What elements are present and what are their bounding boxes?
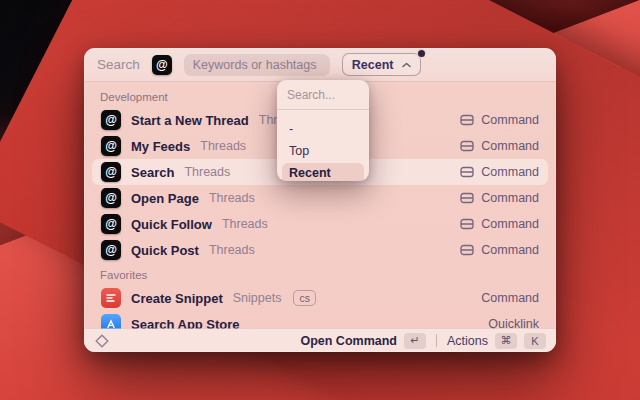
command-icon <box>460 140 474 152</box>
open-command-button[interactable]: Open Command <box>300 334 397 348</box>
command-icon <box>460 244 474 256</box>
item-type-label: Command <box>481 217 539 231</box>
dropdown-search-input[interactable]: Search... <box>277 80 369 109</box>
snippets-icon <box>101 288 121 308</box>
item-type-label: Command <box>481 243 539 257</box>
threads-icon: @ <box>101 136 121 156</box>
item-subtitle: Threads <box>209 243 255 257</box>
footer-divider <box>436 334 437 347</box>
item-accessories: Command <box>460 217 539 231</box>
item-subtitle: Threads <box>222 217 268 231</box>
sort-dropdown-value: Recent <box>352 58 394 72</box>
item-accessories: Command <box>460 243 539 257</box>
actions-button[interactable]: Actions <box>447 334 488 348</box>
threads-icon: @ <box>101 110 121 130</box>
item-type-label: Command <box>481 291 539 305</box>
appstore-icon <box>101 314 121 329</box>
threads-icon: @ <box>101 214 121 234</box>
search-input[interactable]: Search <box>97 57 140 72</box>
section-title: Favorites <box>100 269 540 281</box>
item-subtitle: Snippets <box>233 291 282 305</box>
item-accessories: Command <box>460 113 539 127</box>
command-icon <box>460 114 474 126</box>
threads-icon: @ <box>101 162 121 182</box>
sort-dropdown-menu: Search... -TopRecent <box>277 80 369 181</box>
item-type-label: Command <box>481 165 539 179</box>
keywords-input[interactable]: Keywords or hashtags <box>184 54 330 76</box>
command-key-badge: ⌘ <box>495 333 517 349</box>
dropdown-badge-dot <box>418 50 425 57</box>
threads-icon: @ <box>101 240 121 260</box>
item-title: My Feeds <box>131 139 190 154</box>
threads-icon: @ <box>101 188 121 208</box>
list-item[interactable]: @Quick PostThreadsCommand <box>92 237 548 263</box>
list-item[interactable]: @Quick FollowThreadsCommand <box>92 211 548 237</box>
item-accessories: Command <box>481 291 539 305</box>
raycast-logo-icon <box>94 333 110 349</box>
item-alias-badge: cs <box>293 290 316 306</box>
item-title: Open Page <box>131 191 199 206</box>
item-accessories: Command <box>460 165 539 179</box>
chevron-up-icon <box>402 62 411 68</box>
item-subtitle: Threads <box>209 191 255 205</box>
item-title: Search <box>131 165 174 180</box>
dropdown-item[interactable]: Top <box>282 141 364 162</box>
threads-icon: @ <box>152 55 172 75</box>
dropdown-items: -TopRecent <box>277 110 369 181</box>
list-item[interactable]: Create SnippetSnippetscsCommand <box>92 285 548 311</box>
list-item[interactable]: @Open PageThreadsCommand <box>92 185 548 211</box>
search-bar: Search @ Keywords or hashtags Recent <box>84 48 556 82</box>
dropdown-item[interactable]: - <box>282 119 364 140</box>
command-icon <box>460 166 474 178</box>
sort-dropdown-button[interactable]: Recent <box>342 53 422 76</box>
item-type-label: Command <box>481 139 539 153</box>
item-accessories: Command <box>460 139 539 153</box>
k-key-badge: K <box>524 333 546 349</box>
item-subtitle: Threads <box>200 139 246 153</box>
item-title: Quick Post <box>131 243 199 258</box>
dropdown-item[interactable]: Recent <box>282 163 364 181</box>
list-item[interactable]: Search App StoreQuicklink <box>92 311 548 329</box>
item-subtitle: Threads <box>184 165 230 179</box>
item-accessories: Command <box>460 191 539 205</box>
command-icon <box>460 218 474 230</box>
item-title: Create Snippet <box>131 291 223 306</box>
command-icon <box>460 192 474 204</box>
item-type-label: Command <box>481 113 539 127</box>
item-type-label: Command <box>481 191 539 205</box>
item-title: Start a New Thread <box>131 113 249 128</box>
item-title: Quick Follow <box>131 217 212 232</box>
footer-bar: Open Command ↵ Actions ⌘ K <box>84 328 556 352</box>
return-key-badge: ↵ <box>404 333 426 349</box>
